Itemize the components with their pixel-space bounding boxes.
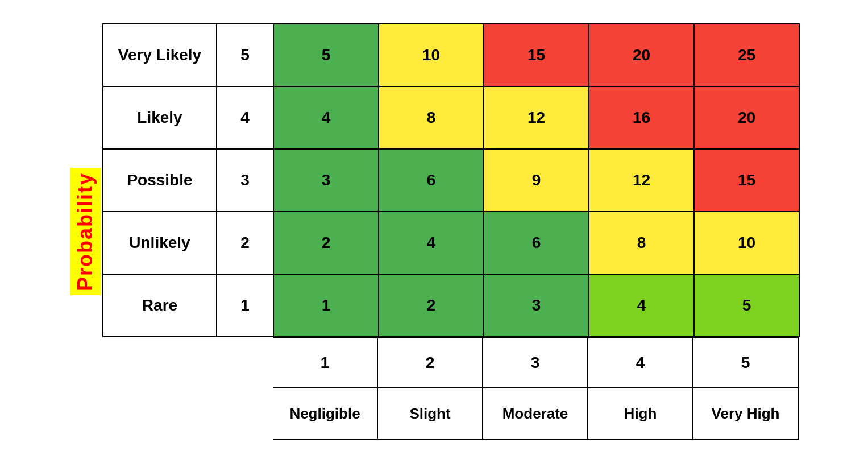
spacer-label-cell: [102, 388, 216, 440]
bottom-area: 12345NegligibleSlightModerateHighVery Hi…: [102, 337, 800, 440]
spacer-cell: [216, 337, 273, 388]
row-label: Rare: [103, 275, 217, 337]
consequence-number: 4: [588, 337, 693, 388]
risk-cell: 1: [274, 275, 379, 337]
consequence-label: Very High: [693, 388, 799, 440]
risk-cell: 15: [695, 150, 800, 212]
risk-cell: 12: [484, 87, 589, 150]
consequence-label: High: [588, 388, 693, 440]
risk-cell: 10: [379, 24, 484, 87]
risk-cell: 5: [695, 275, 800, 337]
risk-cell: 16: [589, 87, 695, 150]
row-value: 1: [217, 275, 274, 337]
probability-label: Probability: [70, 168, 101, 295]
spacer-cell: [102, 337, 216, 388]
row-label: Likely: [103, 87, 217, 150]
risk-cell: 8: [379, 87, 484, 150]
risk-cell: 4: [379, 212, 484, 275]
risk-cell: 3: [274, 150, 379, 212]
risk-cell: 6: [484, 212, 589, 275]
consequence-number: 2: [378, 337, 483, 388]
risk-cell: 3: [484, 275, 589, 337]
risk-cell: 20: [695, 87, 800, 150]
row-value: 2: [217, 212, 274, 275]
probability-label-column: Probability: [68, 23, 102, 440]
consequence-number: 5: [693, 337, 799, 388]
risk-cell: 2: [379, 275, 484, 337]
risk-cell: 2: [274, 212, 379, 275]
risk-cell: 25: [695, 24, 800, 87]
consequence-number: 3: [483, 337, 588, 388]
risk-cell: 20: [589, 24, 695, 87]
main-table: Very Likely5510152025Likely448121620Poss…: [102, 23, 800, 440]
risk-cell: 9: [484, 150, 589, 212]
consequence-number: 1: [273, 337, 378, 388]
row-label: Very Likely: [103, 24, 217, 87]
risk-cell: 8: [589, 212, 695, 275]
risk-cell: 4: [589, 275, 695, 337]
risk-cell: 4: [274, 87, 379, 150]
risk-cell: 15: [484, 24, 589, 87]
row-label: Unlikely: [103, 212, 217, 275]
risk-cell: 6: [379, 150, 484, 212]
row-label: Possible: [103, 150, 217, 212]
consequence-label: Negligible: [273, 388, 378, 440]
consequence-label: Slight: [378, 388, 483, 440]
risk-cell: 12: [589, 150, 695, 212]
row-value: 4: [217, 87, 274, 150]
row-value: 3: [217, 150, 274, 212]
risk-cell: 5: [274, 24, 379, 87]
risk-matrix: Probability Very Likely5510152025Likely4…: [68, 23, 800, 440]
top-grid: Very Likely5510152025Likely448121620Poss…: [102, 23, 800, 337]
consequence-label: Moderate: [483, 388, 588, 440]
risk-cell: 10: [695, 212, 800, 275]
row-value: 5: [217, 24, 274, 87]
spacer-label-cell: [216, 388, 273, 440]
